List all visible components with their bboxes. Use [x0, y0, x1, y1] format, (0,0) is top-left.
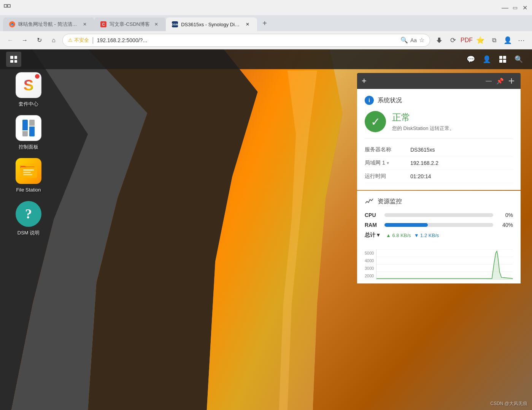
server-name-row: 服务器名称 DS3615xs: [365, 143, 513, 157]
security-text: 不安全: [74, 37, 89, 44]
back-button[interactable]: ←: [5, 35, 16, 46]
search-icon[interactable]: 🔍: [400, 36, 408, 44]
title-bar: — ▭ ✕: [0, 0, 532, 15]
cpu-progress-track: [384, 213, 493, 217]
system-status-card: i 系统状况 ✓ 正常 您的 DiskStation 运转正常。: [357, 89, 521, 190]
pdf-icon[interactable]: PDF: [461, 34, 473, 46]
minimize-button[interactable]: —: [502, 4, 508, 11]
resource-monitor-title: 资源监控: [378, 198, 402, 206]
y-axis-label-4000: 4000: [365, 258, 374, 263]
refresh-extension-icon[interactable]: ⟳: [447, 34, 459, 46]
uptime-label: 运行时间: [365, 173, 410, 180]
taskbar-left: [6, 52, 21, 67]
svg-rect-5: [503, 56, 506, 59]
url-icons: 🔍 Aa ☆: [400, 36, 424, 44]
widget-minimize-button[interactable]: —: [484, 76, 493, 85]
net-download-speed: ▼ 1.2 KB/s: [414, 233, 439, 238]
dsm-desktop: 💬 👤 🔍: [0, 49, 532, 410]
ram-percentage: 40%: [498, 222, 513, 228]
ram-progress-fill: [384, 223, 428, 227]
svg-rect-6: [499, 60, 502, 63]
profile-icon[interactable]: 👤: [502, 34, 514, 46]
forward-button[interactable]: →: [19, 35, 30, 46]
desktop-icon-file-station[interactable]: File Station: [11, 158, 46, 193]
widget-panel: + — 📌 i: [357, 73, 521, 283]
control-panel-label: 控制面板: [19, 144, 38, 150]
tab-title-1: 咪咕鱼网址导航 - 简洁清新B: [18, 21, 78, 28]
status-text-block: 正常 您的 DiskStation 运转正常。: [392, 111, 454, 132]
network-stats-label: 总计 ▾: [365, 232, 380, 239]
info-table: 服务器名称 DS3615xs 局域网 1 ▾ 192.168.2.2 运行时间: [365, 138, 513, 183]
svg-rect-4: [499, 56, 502, 59]
window-menu-icon[interactable]: [4, 4, 11, 11]
tab-title-3: DS3615xs - Synology DiskSte: [181, 22, 241, 27]
svg-rect-10: [23, 169, 34, 171]
network-value: 192.168.2.2: [410, 160, 438, 166]
network-stats-row: 总计 ▾ ▲ 6.8 KB/s ▼ 1.2 KB/s: [365, 232, 513, 239]
tab-2[interactable]: C 写文章-CSDN博客 ✕: [94, 17, 166, 31]
home-button[interactable]: ⌂: [48, 35, 59, 46]
svg-rect-1: [8, 5, 10, 7]
chart-area: 5000 4000 3000 2000: [357, 249, 521, 283]
svg-rect-7: [503, 60, 506, 63]
chat-icon-button[interactable]: 💬: [464, 52, 478, 66]
collections-icon[interactable]: ⧉: [488, 34, 500, 46]
tab-favicon-3: DSM: [172, 21, 178, 27]
svg-rect-0: [4, 5, 7, 7]
network-dropdown-arrow[interactable]: ▾: [387, 160, 389, 166]
new-tab-button[interactable]: +: [259, 17, 271, 29]
url-text: 192.168.2.2:5000/?...: [97, 37, 397, 43]
cpu-label: CPU: [365, 212, 380, 218]
y-axis-label-2000: 2000: [365, 274, 374, 278]
desktop-icon-package-center[interactable]: S 套件中心: [11, 72, 46, 108]
tab-favicon-2: C: [100, 21, 106, 27]
widget-add-button[interactable]: +: [362, 77, 367, 85]
reload-button[interactable]: ↻: [33, 35, 45, 46]
security-warning: ⚠ 不安全: [68, 37, 89, 44]
warning-icon: ⚠: [68, 37, 73, 43]
widget-header-bar: + — 📌: [357, 73, 521, 89]
tab-close-2[interactable]: ✕: [153, 21, 160, 28]
favorites-icon[interactable]: ⭐: [474, 34, 486, 46]
desktop-icons: S 套件中心: [11, 72, 46, 236]
cpu-percentage: 0%: [498, 212, 513, 218]
reader-mode-icon[interactable]: Aa: [410, 37, 417, 43]
file-station-label: File Station: [16, 187, 41, 193]
widget-collapse-button[interactable]: [507, 76, 516, 85]
tab-close-3[interactable]: ✕: [244, 21, 251, 28]
tab-close-1[interactable]: ✕: [81, 21, 88, 28]
notification-badge: [34, 73, 40, 79]
extension-arrow-icon[interactable]: [433, 34, 445, 46]
bookmark-icon[interactable]: ☆: [419, 36, 424, 44]
grid-icon-button[interactable]: [495, 52, 510, 66]
url-bar[interactable]: ⚠ 不安全 | 192.168.2.2:5000/?... 🔍 Aa ☆: [62, 34, 430, 47]
uptime-row: 运行时间 01:20:14: [365, 170, 513, 183]
svg-rect-14: [511, 78, 512, 84]
chart-y-axis: 5000 4000 3000 2000: [365, 249, 376, 280]
net-upload-speed: ▲ 6.8 KB/s: [386, 233, 411, 238]
apps-menu-button[interactable]: [6, 52, 21, 67]
widget-pin-button[interactable]: 📌: [495, 76, 505, 85]
restore-button[interactable]: ▭: [511, 4, 518, 11]
close-button[interactable]: ✕: [521, 4, 528, 11]
server-name-label: 服务器名称: [365, 146, 410, 153]
network-dropdown-icon[interactable]: ▾: [377, 232, 380, 238]
taskbar-right: 💬 👤 🔍: [464, 52, 526, 66]
tab-1[interactable]: 🐟 咪咕鱼网址导航 - 简洁清新B ✕: [3, 17, 94, 31]
search-icon-button[interactable]: 🔍: [511, 52, 526, 66]
tab-3[interactable]: DSM DS3615xs - Synology DiskSte ✕: [166, 17, 257, 31]
status-row: ✓ 正常 您的 DiskStation 运转正常。: [365, 111, 513, 132]
control-panel-icon: [16, 115, 41, 141]
desktop-icon-dsm-help[interactable]: ? DSM 说明: [11, 201, 46, 236]
dsm-help-icon: ?: [16, 201, 41, 227]
y-axis-label-3000: 3000: [365, 266, 374, 271]
user-icon-button[interactable]: 👤: [480, 52, 494, 66]
svg-rect-3: [438, 41, 441, 41]
y-axis-label-5000: 5000: [365, 251, 374, 255]
status-desc-text: 您的 DiskStation 运转正常。: [392, 125, 454, 132]
more-options-button[interactable]: ⋯: [515, 34, 527, 46]
resource-title-bar: 资源监控: [365, 197, 513, 206]
desktop-icon-control-panel[interactable]: 控制面板: [11, 115, 46, 150]
file-station-icon: [16, 158, 41, 184]
tab-bar: 🐟 咪咕鱼网址导航 - 简洁清新B ✕ C 写文章-CSDN博客 ✕ DSM D…: [0, 15, 532, 31]
